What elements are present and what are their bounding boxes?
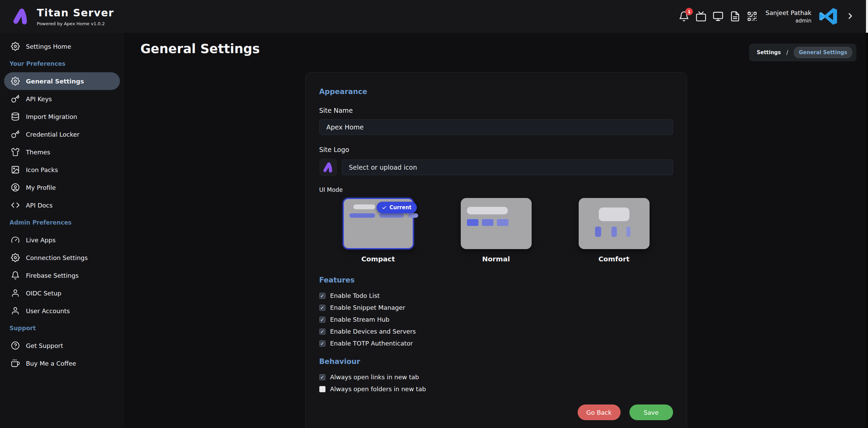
ui-mode-options: Current Compact Normal <box>319 198 673 263</box>
coffee-icon <box>11 359 20 368</box>
go-back-button[interactable]: Go Back <box>578 404 621 420</box>
checkbox[interactable] <box>319 328 325 335</box>
image-icon <box>11 165 20 174</box>
app-subtitle: Powered by Apex Home v1.0.2 <box>37 21 114 26</box>
user-icon <box>11 289 20 297</box>
sidebar-item-firebase-settings[interactable]: Firebase Settings <box>0 266 124 284</box>
bell-icon <box>11 271 20 280</box>
collapse-panel-button[interactable] <box>846 11 856 21</box>
site-logo-input[interactable] <box>342 159 673 175</box>
sidebar-item-import-migration[interactable]: Import Migration <box>0 108 124 125</box>
sidebar-item-settings-home[interactable]: Settings Home <box>0 37 124 55</box>
sidebar-item-oidc-setup[interactable]: OIDC Setup <box>0 284 124 302</box>
shirt-icon <box>11 148 20 156</box>
site-name-input[interactable] <box>319 119 673 135</box>
sidebar-item-api-docs[interactable]: API Docs <box>0 196 124 214</box>
ui-mode-normal-card[interactable] <box>461 198 532 249</box>
page-scrollbar[interactable] <box>866 0 868 428</box>
apex-logo-icon <box>321 160 335 174</box>
ui-mode-normal: Normal <box>437 198 555 263</box>
features-heading: Features <box>319 276 673 284</box>
ui-mode-name: Normal <box>482 255 510 263</box>
sidebar-item-label: Firebase Settings <box>26 272 79 279</box>
tv-button[interactable] <box>695 11 707 22</box>
sidebar-item-my-profile[interactable]: My Profile <box>0 179 124 196</box>
user-icon <box>11 306 20 315</box>
sidebar-item-user-accounts[interactable]: User Accounts <box>0 302 124 320</box>
sidebar: Settings Home Your Preferences General S… <box>0 33 124 428</box>
sidebar-item-label: Get Support <box>26 342 63 349</box>
breadcrumb-root[interactable]: Settings <box>757 49 781 56</box>
save-button[interactable]: Save <box>629 404 673 420</box>
checkbox-label: Enable Todo List <box>330 292 380 299</box>
checkbox-label: Enable Stream Hub <box>330 316 390 323</box>
sidebar-item-connection-settings[interactable]: Connection Settings <box>0 249 124 266</box>
ui-mode-label: UI Mode <box>319 186 673 193</box>
sidebar-item-credential-locker[interactable]: Credential Locker <box>0 125 124 143</box>
gear-icon <box>11 77 20 86</box>
question-icon <box>11 341 20 350</box>
breadcrumb-separator: / <box>786 49 788 56</box>
checkbox[interactable] <box>319 317 325 323</box>
scrollbar-thumb[interactable] <box>866 0 868 33</box>
checkbox[interactable] <box>319 340 325 347</box>
appearance-heading: Appearance <box>319 88 673 96</box>
checkbox[interactable] <box>319 293 325 299</box>
sidebar-item-label: Icon Packs <box>26 166 58 173</box>
sidebar-item-get-support[interactable]: Get Support <box>0 337 124 354</box>
ui-mode-compact: Current Compact <box>319 198 437 263</box>
sidebar-item-live-apps[interactable]: Live Apps <box>0 231 124 249</box>
sidebar-section-your-preferences: Your Preferences <box>0 55 124 72</box>
main-content: General Settings Settings / General Sett… <box>124 33 868 428</box>
feature-stream-hub: Enable Stream Hub <box>319 314 673 325</box>
ui-mode-name: Comfort <box>598 255 629 263</box>
checkbox[interactable] <box>319 386 325 392</box>
ui-mode-comfort-card[interactable] <box>579 198 650 249</box>
ui-mode-comfort: Comfort <box>555 198 673 263</box>
app-title: Titan Server <box>37 7 114 19</box>
monitor-button[interactable] <box>712 11 724 22</box>
ui-mode-compact-card[interactable]: Current <box>343 198 414 249</box>
key-icon <box>11 130 20 139</box>
checkbox-label: Always open links in new tab <box>330 373 419 381</box>
behaviour-folders-new-tab: Always open folders in new tab <box>319 383 673 395</box>
monitor-icon <box>713 11 724 22</box>
behaviour-heading: Behaviour <box>319 357 673 366</box>
key-icon <box>11 94 20 103</box>
sidebar-item-buy-me-a-coffee[interactable]: Buy Me a Coffee <box>0 354 124 372</box>
sidebar-item-label: API Docs <box>26 202 52 209</box>
document-button[interactable] <box>729 11 741 22</box>
vscode-icon[interactable] <box>818 6 838 26</box>
gauge-icon <box>11 235 20 244</box>
sidebar-item-label: User Accounts <box>26 307 70 315</box>
sidebar-item-label: Themes <box>26 149 50 156</box>
gear-icon <box>11 253 20 262</box>
checkbox[interactable] <box>319 305 325 311</box>
sidebar-item-label: My Profile <box>26 184 56 191</box>
site-name-label: Site Name <box>319 107 673 114</box>
sidebar-item-icon-packs[interactable]: Icon Packs <box>0 161 124 179</box>
ui-mode-name: Compact <box>361 255 395 263</box>
user-block[interactable]: Sanjeet Pathak admin <box>765 9 811 24</box>
checkbox-label: Enable TOTP Authenticator <box>330 340 413 347</box>
document-icon <box>730 11 741 22</box>
behaviour-options: Always open links in new tab Always open… <box>319 371 673 395</box>
page-title: General Settings <box>140 42 260 56</box>
sidebar-item-general-settings[interactable]: General Settings <box>4 72 120 90</box>
sidebar-section-support: Support <box>0 320 124 337</box>
check-icon <box>382 205 387 210</box>
code-icon <box>11 201 20 210</box>
notifications-button[interactable]: 1 <box>678 11 690 22</box>
feature-todo-list: Enable Todo List <box>319 290 673 302</box>
checkbox[interactable] <box>319 374 325 380</box>
qr-code-button[interactable] <box>746 11 758 22</box>
sidebar-item-label: OIDC Setup <box>26 290 61 297</box>
sidebar-item-themes[interactable]: Themes <box>0 143 124 161</box>
tv-icon <box>696 11 706 22</box>
sidebar-item-api-keys[interactable]: API Keys <box>0 90 124 108</box>
top-bar: Titan Server Powered by Apex Home v1.0.2… <box>0 0 868 33</box>
settings-card: Appearance Site Name Site Logo UI Mode <box>305 72 687 428</box>
sidebar-item-label: Buy Me a Coffee <box>26 360 76 367</box>
breadcrumb-current: General Settings <box>794 47 852 58</box>
user-role: admin <box>765 18 811 24</box>
